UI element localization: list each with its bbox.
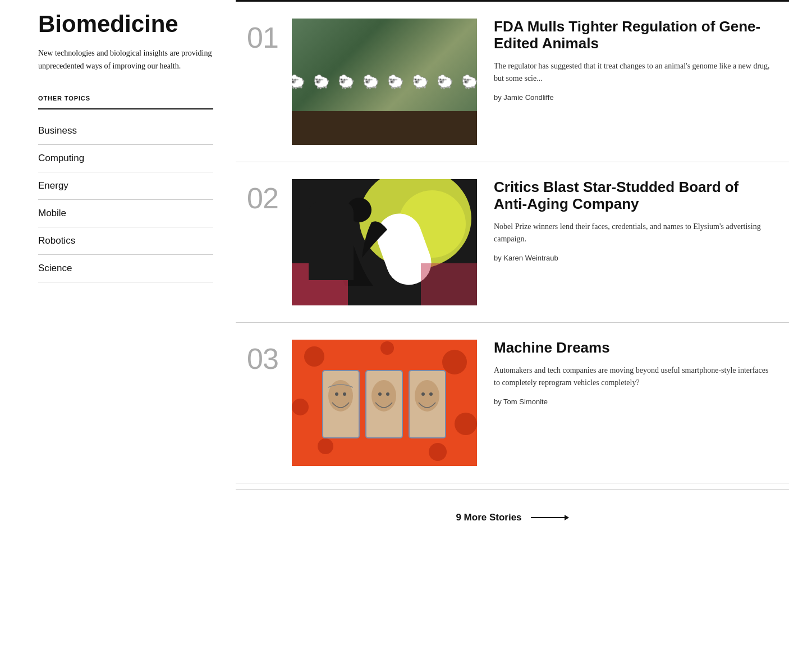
svg-point-20 bbox=[378, 392, 382, 396]
sidebar: Biomedicine New technologies and biologi… bbox=[0, 0, 236, 672]
article-image-1 bbox=[292, 19, 477, 145]
svg-point-7 bbox=[442, 350, 467, 374]
article-headline-2[interactable]: Critics Blast Star-Studded Board of Anti… bbox=[494, 179, 772, 213]
svg-point-19 bbox=[371, 380, 396, 412]
topic-list: Business Computing Energy Mobile Robotic… bbox=[38, 117, 213, 282]
article-item-2: 02 Critics Blast Star-Studded Bo bbox=[236, 162, 789, 323]
svg-point-21 bbox=[386, 392, 389, 396]
more-stories-label: 9 More Stories bbox=[456, 512, 521, 523]
topic-link-mobile[interactable]: Mobile bbox=[38, 200, 213, 227]
topic-item-computing: Computing bbox=[38, 145, 213, 172]
svg-rect-3 bbox=[292, 263, 348, 305]
article-number-2: 02 bbox=[236, 179, 292, 215]
topic-item-business: Business bbox=[38, 117, 213, 145]
section-description: New technologies and biological insights… bbox=[38, 47, 213, 72]
article-summary-1: The regulator has suggested that it trea… bbox=[494, 60, 772, 85]
article-number-1: 01 bbox=[236, 19, 292, 54]
other-topics-label: OTHER TOPICS bbox=[38, 95, 213, 109]
svg-point-12 bbox=[380, 341, 394, 355]
topic-item-energy: Energy bbox=[38, 172, 213, 200]
article-item-3: 03 bbox=[236, 323, 789, 483]
svg-point-9 bbox=[455, 413, 477, 435]
more-stories-section: 9 More Stories bbox=[236, 489, 789, 546]
article-image-3 bbox=[292, 340, 477, 466]
topic-link-science[interactable]: Science bbox=[38, 255, 213, 282]
svg-point-24 bbox=[429, 392, 433, 396]
topic-item-mobile: Mobile bbox=[38, 200, 213, 227]
topic-item-robotics: Robotics bbox=[38, 227, 213, 255]
more-stories-link[interactable]: 9 More Stories bbox=[456, 512, 568, 523]
article-item-1: 01 FDA Mulls Tighter Regulation of Gene-… bbox=[236, 2, 789, 162]
svg-point-17 bbox=[335, 392, 338, 396]
article-summary-3: Automakers and tech companies are moving… bbox=[494, 364, 772, 390]
svg-point-6 bbox=[304, 346, 324, 367]
svg-point-2 bbox=[347, 198, 371, 222]
topic-link-computing[interactable]: Computing bbox=[38, 145, 213, 172]
topic-item-science: Science bbox=[38, 255, 213, 282]
svg-point-10 bbox=[318, 438, 333, 454]
svg-point-23 bbox=[421, 392, 425, 396]
topic-link-energy[interactable]: Energy bbox=[38, 172, 213, 199]
article-headline-3[interactable]: Machine Dreams bbox=[494, 340, 772, 356]
article-byline-1: by Jamie Condliffe bbox=[494, 93, 772, 102]
article-text-3: Machine Dreams Automakers and tech compa… bbox=[477, 340, 789, 406]
svg-point-18 bbox=[343, 392, 346, 396]
topic-link-robotics[interactable]: Robotics bbox=[38, 227, 213, 254]
svg-point-11 bbox=[429, 443, 447, 461]
article-image-2 bbox=[292, 179, 477, 305]
svg-rect-4 bbox=[421, 263, 477, 305]
svg-point-22 bbox=[415, 380, 439, 412]
article-byline-2: by Karen Weintraub bbox=[494, 254, 772, 262]
article-text-1: FDA Mulls Tighter Regulation of Gene-Edi… bbox=[477, 19, 789, 102]
article-byline-3: by Tom Simonite bbox=[494, 397, 772, 406]
section-title: Biomedicine bbox=[38, 11, 213, 37]
article-headline-1[interactable]: FDA Mulls Tighter Regulation of Gene-Edi… bbox=[494, 19, 772, 52]
svg-point-8 bbox=[292, 399, 309, 415]
more-stories-arrow bbox=[531, 515, 569, 520]
article-text-2: Critics Blast Star-Studded Board of Anti… bbox=[477, 179, 789, 262]
article-summary-2: Nobel Prize winners lend their faces, cr… bbox=[494, 221, 772, 246]
content-area: 01 FDA Mulls Tighter Regulation of Gene-… bbox=[236, 0, 789, 672]
topic-link-business[interactable]: Business bbox=[38, 117, 213, 144]
article-number-3: 03 bbox=[236, 340, 292, 376]
